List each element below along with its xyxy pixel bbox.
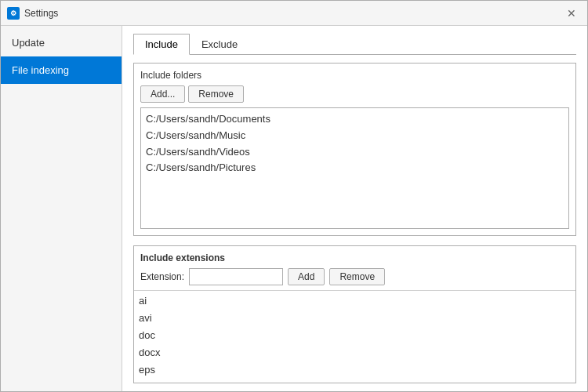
list-item: doc bbox=[139, 327, 571, 344]
sidebar-item-file-indexing[interactable]: File indexing bbox=[1, 56, 122, 84]
list-item: ai bbox=[139, 292, 571, 310]
folders-btn-row: Add... Remove bbox=[140, 85, 569, 103]
list-item: C:/Users/sandh/Videos bbox=[146, 144, 564, 161]
include-extensions-section: Include extensions Extension: Add Remove… bbox=[133, 245, 576, 383]
list-item: C:/Users/sandh/Pictures bbox=[146, 160, 564, 176]
window-body: Update File indexing Include Exclude Inc… bbox=[1, 26, 587, 391]
list-item: avi bbox=[139, 310, 571, 327]
extension-label: Extension: bbox=[140, 271, 184, 282]
close-button[interactable]: ✕ bbox=[562, 4, 581, 23]
sidebar-item-update[interactable]: Update bbox=[1, 29, 122, 56]
include-folders-label: Include folders bbox=[140, 70, 569, 81]
folders-list[interactable]: C:/Users/sandh/Documents C:/Users/sandh/… bbox=[140, 107, 569, 229]
list-item: C:/Users/sandh/Music bbox=[146, 128, 564, 144]
window-title: Settings bbox=[24, 8, 58, 19]
tab-bar: Include Exclude bbox=[133, 34, 576, 55]
remove-extension-button[interactable]: Remove bbox=[329, 268, 385, 285]
sidebar: Update File indexing bbox=[1, 26, 122, 391]
settings-icon: ⚙ bbox=[7, 7, 20, 20]
extension-input[interactable] bbox=[189, 268, 283, 285]
extensions-header: Include extensions Extension: Add Remove bbox=[134, 246, 575, 291]
list-item: eps bbox=[139, 361, 571, 379]
main-content: Include Exclude Include folders Add... R… bbox=[122, 26, 587, 391]
add-folder-button[interactable]: Add... bbox=[140, 85, 185, 103]
extensions-controls: Extension: Add Remove bbox=[140, 268, 569, 285]
title-bar: ⚙ Settings ✕ bbox=[1, 1, 587, 26]
extensions-title: Include extensions bbox=[140, 252, 569, 263]
remove-folder-button[interactable]: Remove bbox=[188, 85, 244, 103]
list-item: C:/Users/sandh/Documents bbox=[146, 111, 564, 128]
list-item: docx bbox=[139, 344, 571, 361]
extensions-list[interactable]: ai avi doc docx eps flv gif htm bbox=[134, 291, 575, 383]
tab-exclude[interactable]: Exclude bbox=[190, 34, 249, 55]
add-extension-button[interactable]: Add bbox=[288, 268, 325, 285]
include-folders-section: Include folders Add... Remove C:/Users/s… bbox=[133, 63, 576, 236]
title-bar-left: ⚙ Settings bbox=[7, 7, 58, 20]
tab-include[interactable]: Include bbox=[133, 34, 190, 55]
settings-window: ⚙ Settings ✕ Update File indexing Includ… bbox=[0, 0, 588, 392]
list-item: flv bbox=[139, 379, 571, 383]
